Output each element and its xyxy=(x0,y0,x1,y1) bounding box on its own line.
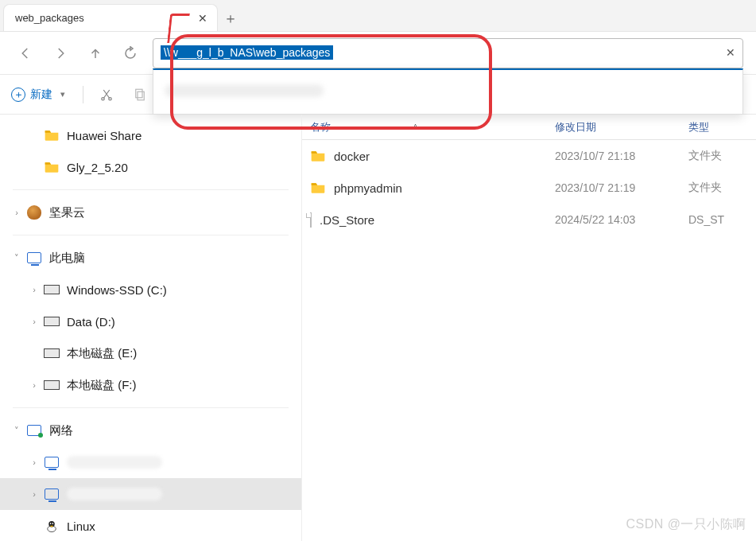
svg-point-1 xyxy=(109,97,111,99)
separator xyxy=(13,235,289,235)
plus-icon: ＋ xyxy=(11,88,25,102)
tree-label: Windows-SSD (C:) xyxy=(67,283,167,297)
file-row[interactable]: docker2023/10/7 21:18文件夹 xyxy=(302,140,756,172)
column-headers: 名称 ˄ 修改日期 类型 xyxy=(302,115,756,140)
redacted-text xyxy=(165,84,324,97)
file-name: docker xyxy=(334,150,370,163)
tree-label: 本地磁盘 (F:) xyxy=(67,378,137,393)
new-tab-button[interactable]: ＋ xyxy=(218,6,243,31)
sidebar-item[interactable]: Huawei Share xyxy=(0,119,301,151)
sidebar-item[interactable]: › xyxy=(0,446,301,478)
tree-label: Data (D:) xyxy=(67,315,115,329)
tab[interactable]: web_packages ✕ xyxy=(3,4,218,31)
separator xyxy=(13,407,289,408)
cut-icon[interactable] xyxy=(99,88,122,102)
expand-arrow-icon[interactable]: › xyxy=(25,489,43,499)
address-suggestions xyxy=(153,68,743,115)
svg-rect-3 xyxy=(138,91,144,100)
sidebar-item[interactable]: ˅此电脑 xyxy=(0,242,301,274)
tree-icon xyxy=(43,485,60,503)
main: Huawei ShareGly_2_5.20›坚果云˅此电脑›Windows-S… xyxy=(0,115,756,541)
redacted-label xyxy=(67,488,162,500)
tab-title: web_packages xyxy=(15,12,198,24)
refresh-button[interactable] xyxy=(113,36,148,71)
file-rows: docker2023/10/7 21:18文件夹phpmyadmin2023/1… xyxy=(302,140,756,235)
sidebar-item[interactable]: ›本地磁盘 (F:) xyxy=(0,369,301,401)
tree-icon xyxy=(43,376,60,394)
sidebar-item[interactable]: ˅网络 xyxy=(0,415,301,446)
column-date[interactable]: 修改日期 xyxy=(555,120,682,134)
file-row[interactable]: phpmyadmin2023/10/7 21:19文件夹 xyxy=(302,172,756,204)
file-name: phpmyadmin xyxy=(334,181,402,195)
tree-icon xyxy=(43,126,60,144)
watermark: CSDN @一只小陈啊 xyxy=(626,516,746,533)
tree-label: 坚果云 xyxy=(49,205,85,220)
address-selected-text: \\w___g_l_b_NAS\web_packages xyxy=(161,45,333,60)
tree-icon xyxy=(43,158,60,176)
file-icon xyxy=(310,180,326,196)
sidebar-item[interactable]: ›Windows-SSD (C:) xyxy=(0,274,301,306)
sidebar-item[interactable]: › xyxy=(0,478,301,510)
sidebar-item[interactable]: 本地磁盘 (E:) xyxy=(0,337,301,369)
tree-label: 网络 xyxy=(49,423,73,438)
back-button[interactable] xyxy=(8,36,43,71)
expand-arrow-icon[interactable]: › xyxy=(25,380,43,390)
expand-arrow-icon[interactable]: › xyxy=(25,317,43,326)
file-row[interactable]: .DS_Store2024/5/22 14:03DS_ST xyxy=(302,204,756,235)
forward-button[interactable] xyxy=(43,36,78,71)
sidebar-item[interactable]: ›坚果云 xyxy=(0,197,301,228)
file-date: 2023/10/7 21:18 xyxy=(555,150,682,162)
new-label: 新建 xyxy=(30,88,52,102)
sidebar: Huawei ShareGly_2_5.20›坚果云˅此电脑›Windows-S… xyxy=(0,115,302,541)
sidebar-item[interactable]: Gly_2_5.20 xyxy=(0,151,301,183)
tree-icon xyxy=(25,249,43,267)
expand-arrow-icon[interactable]: › xyxy=(8,208,25,217)
svg-rect-2 xyxy=(136,89,142,98)
address-bar[interactable]: \\w___g_l_b_NAS\web_packages ✕ xyxy=(153,38,743,68)
clear-address-icon[interactable]: ✕ xyxy=(726,46,735,59)
expand-arrow-icon[interactable]: › xyxy=(25,285,43,294)
file-pane: 名称 ˄ 修改日期 类型 docker2023/10/7 21:18文件夹php… xyxy=(302,115,756,541)
up-button[interactable] xyxy=(78,36,113,71)
tab-bar: web_packages ✕ ＋ xyxy=(0,0,756,32)
tree-label: Linux xyxy=(67,520,95,533)
tree-label: 本地磁盘 (E:) xyxy=(67,346,137,361)
column-type[interactable]: 类型 xyxy=(688,120,748,134)
file-icon xyxy=(310,213,312,227)
close-icon[interactable]: ✕ xyxy=(198,12,207,25)
chevron-down-icon: ▾ xyxy=(60,89,65,99)
nav-row: \\w___g_l_b_NAS\web_packages ✕ xyxy=(0,32,756,75)
expand-arrow-icon[interactable]: › xyxy=(25,457,43,467)
file-type: 文件夹 xyxy=(688,149,748,163)
tree-icon xyxy=(43,517,60,535)
separator xyxy=(13,189,289,190)
file-date: 2023/10/7 21:19 xyxy=(555,181,682,194)
tree-icon xyxy=(43,281,60,298)
address-suggestion[interactable] xyxy=(153,78,742,106)
divider xyxy=(83,86,83,103)
file-icon xyxy=(310,148,326,164)
file-date: 2024/5/22 14:03 xyxy=(555,213,682,226)
file-name: .DS_Store xyxy=(320,213,374,227)
expand-arrow-icon[interactable]: ˅ xyxy=(8,253,25,263)
sidebar-item[interactable]: ›Data (D:) xyxy=(0,306,301,337)
expand-arrow-icon[interactable]: ˅ xyxy=(8,426,25,436)
svg-point-6 xyxy=(50,523,52,524)
tree-icon xyxy=(25,422,43,439)
tree-icon xyxy=(25,204,43,221)
tree-label: Huawei Share xyxy=(67,129,142,142)
tree-icon xyxy=(43,453,60,471)
tree-icon xyxy=(43,344,60,362)
svg-point-7 xyxy=(52,523,54,524)
copy-icon[interactable] xyxy=(133,88,155,102)
file-type: 文件夹 xyxy=(688,181,748,195)
tree-label: 此电脑 xyxy=(49,251,85,266)
sort-arrow-icon: ˄ xyxy=(413,123,417,132)
sidebar-item[interactable]: Linux xyxy=(0,510,301,541)
tree-icon xyxy=(43,313,60,330)
tree-label: Gly_2_5.20 xyxy=(67,161,128,174)
column-name[interactable]: 名称 ˄ xyxy=(310,120,549,134)
new-button[interactable]: ＋ 新建 ▾ xyxy=(10,84,67,105)
svg-point-0 xyxy=(102,97,104,99)
column-name-label: 名称 xyxy=(310,121,331,133)
